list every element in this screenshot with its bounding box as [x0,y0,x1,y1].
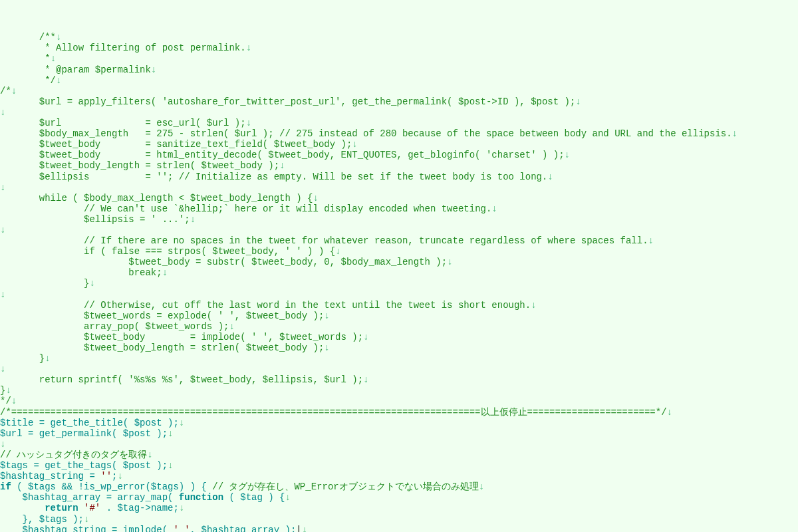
code-token: $hashtag_string = [0,471,100,481]
code-token: ↓ [335,246,340,257]
code-token: // タグが存在し、WP_Errorオブジェクトでない場合のみ処理 [212,481,478,492]
code-line: $body_max_length = 275 - strlen( $url );… [0,128,737,139]
code-token: ↓ [491,203,497,214]
code-token: $url = apply_filters( 'autoshare_for_twi… [39,96,576,107]
code-line: while ( $body_max_length < $tweet_body_l… [0,193,319,203]
code-token: $tweet_body = html_entity_decode( $tweet… [39,150,565,160]
code-token: ↓ [285,492,291,503]
code-token: ↓ [151,65,156,75]
code-line: $hashtag_string = implode( ' ', $hashtag… [0,525,307,532]
code-line: /*↓ [0,86,17,96]
code-line: $tweet_body_length = strlen( $tweet_body… [0,160,285,171]
code-token: ↓ [117,471,122,481]
code-token: }, $tags ); [23,514,84,525]
code-line: return '#' . $tag->name;↓ [0,503,184,513]
code-token: ↓ [179,418,184,428]
code-token: array_pop( $tweet_words ); [84,321,229,332]
code-line: $title = get_the_title( $post );↓ [0,418,184,428]
code-token: $hashtag_string = implode( [23,525,174,532]
code-token: ↓ [147,450,152,460]
code-token: $body_max_length = 275 - strlen( $url );… [39,128,732,139]
code-token: ↓ [190,214,196,225]
code-token: ↓ [352,139,357,150]
code-token: ↓ [313,193,318,203]
code-line: $hashtag_string = '';↓ [0,471,123,481]
code-token: return [45,503,78,513]
code-token: $hashtag_array = array_map( [23,492,179,503]
code-token: ↓ [0,289,5,300]
code-token: ↓ [229,321,234,332]
code-token: // We can't use `&hellip;` here or it wi… [84,203,491,214]
code-token: ↓ [565,150,570,160]
code-token: ↓ [168,460,173,471]
code-line: $tweet_body = sanitize_text_field( $twee… [0,139,358,150]
code-line: $tweet_body = implode( ' ', $tweet_words… [0,332,369,342]
code-line: // If there are no spaces in the tweet f… [0,235,654,246]
code-token: '' [100,471,112,481]
code-token: $url = get_permalink( $post ); [0,428,168,439]
code-line: ↓ [0,225,5,235]
code-token: ↓ [51,53,56,64]
code-token: ↓ [0,225,5,235]
code-line: $url = apply_filters( 'autoshare_for_twi… [0,96,581,107]
code-token: return sprintf( '%s%s %s', $tweet_body, … [39,374,363,385]
code-token: ↓ [324,342,329,353]
code-line: if ( false === strpos( $tweet_body, ' ' … [0,246,341,257]
code-token: * Allow filtering of post permalink. [45,43,245,53]
code-token: ↓ [575,96,581,107]
code-line: ↓ [0,289,5,300]
code-token: , $hashtag_array ); [190,525,297,532]
code-line: // ハッシュタグ付きのタグを取得↓ [0,450,153,460]
code-token: break; [128,267,162,278]
code-token: ↓ [246,118,251,128]
code-token: ↓ [56,75,61,86]
code-token: ↓ [168,428,173,439]
code-token: ↓ [11,86,17,96]
code-line: }↓ [0,278,95,289]
code-token: ↓ [648,235,654,246]
code-token: ↓ [324,311,329,321]
code-token: ↓ [11,396,17,406]
code-line: */↓ [0,75,61,86]
code-token: ↓ [84,514,89,525]
code-token: ' ' [173,525,190,532]
code-editor[interactable]: /**↓ * Allow filtering of post permalink… [0,32,798,532]
code-token: $ellipsis = ' ...'; [84,214,190,225]
code-line: // We can't use `&hellip;` here or it wi… [0,203,497,214]
code-token: $tweet_body = implode( ' ', $tweet_words… [84,332,363,342]
code-line: /**↓ [0,32,61,43]
code-line: // Otherwise, cut off the last word in t… [0,300,537,311]
code-token: if ( false === strpos( $tweet_body, ' ' … [84,246,335,257]
code-token: */ [0,396,11,406]
code-line: }↓ [0,353,51,364]
code-line: if ( $tags && !is_wp_error($tags) ) { //… [0,481,484,492]
code-token: $tweet_body = sanitize_text_field( $twee… [39,139,352,150]
code-token: ↓ [363,374,368,385]
code-line: $ellipsis = ' ...';↓ [0,214,196,225]
code-token: ↓ [5,385,11,396]
code-line: return sprintf( '%s%s %s', $tweet_body, … [0,374,369,385]
code-token: | [296,525,301,532]
code-line: * @param $permalink↓ [0,65,156,75]
code-token: ↓ [363,332,368,342]
code-token: '#' [84,503,100,513]
code-line: $tweet_words = explode( ' ', $tweet_body… [0,311,330,321]
code-line: $url = get_permalink( $post );↓ [0,428,173,439]
code-line: $tweet_body = substr( $tweet_body, 0, $b… [0,257,453,267]
code-token: ↓ [302,525,307,532]
code-token: ( $tag ) { [223,492,285,503]
code-token: $tweet_body_length = strlen( $tweet_body… [39,160,279,171]
code-line: ↓ [0,439,5,450]
code-token: ↓ [0,182,5,193]
code-line: */↓ [0,396,17,406]
code-token: while ( $body_max_length < $tweet_body_l… [39,193,313,203]
code-line: }, $tags );↓ [0,514,89,525]
code-token: $tags = get_the_tags( $post ); [0,460,168,471]
code-token: ↓ [89,278,94,289]
code-line: ↓ [0,182,5,193]
code-token: function [179,492,223,503]
code-token: $url = esc_url( $url ); [39,118,246,128]
code-token: */ [45,75,56,86]
code-token: ↓ [547,172,553,182]
code-token: // ハッシュタグ付きのタグを取得 [0,450,147,460]
